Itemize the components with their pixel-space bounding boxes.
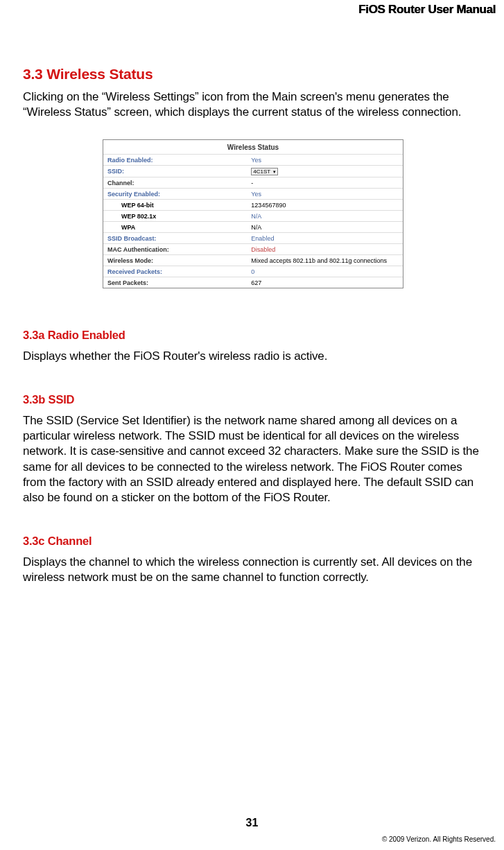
paragraph-3-3c: Displays the channel to which the wirele…: [23, 555, 483, 585]
status-label: Radio Enabled:: [103, 155, 247, 166]
status-label: WPA: [103, 222, 247, 233]
status-value: N/A: [247, 211, 403, 222]
status-label: MAC Authentication:: [103, 244, 247, 255]
status-value: Mixed accepts 802.11b and 802.11g connec…: [247, 255, 403, 266]
table-row: SSID:4C1ST: [103, 166, 403, 177]
table-row: Security Enabled:Yes: [103, 189, 403, 200]
running-header: FiOS Router User Manual: [358, 3, 496, 17]
status-label: Received Packets:: [103, 266, 247, 277]
table-row: Wireless Mode:Mixed accepts 802.11b and …: [103, 255, 403, 266]
status-value: 1234567890: [247, 200, 403, 211]
copyright: © 2009 Verizon. All Rights Reserved.: [382, 835, 496, 843]
status-value: Disabled: [247, 244, 403, 255]
table-row: WEP 64-bit1234567890: [103, 200, 403, 211]
paragraph-3-3b: The SSID (Service Set Identifier) is the…: [23, 413, 483, 505]
heading-3-3b: 3.3b SSID: [23, 393, 483, 406]
status-value: Yes: [247, 189, 403, 200]
status-value: 627: [247, 277, 403, 288]
paragraph-3-3: Clicking on the “Wireless Settings” icon…: [23, 89, 483, 120]
status-value: 4C1ST: [247, 166, 403, 177]
table-row: Received Packets:0: [103, 266, 403, 277]
status-value: Yes: [247, 155, 403, 166]
table-row: MAC Authentication:Disabled: [103, 244, 403, 255]
status-label: SSID:: [103, 166, 247, 177]
heading-3-3: 3.3 Wireless Status: [23, 66, 483, 83]
table-row: SSID Broadcast:Enabled: [103, 233, 403, 244]
status-label: Channel:: [103, 177, 247, 189]
page-number: 31: [0, 817, 504, 829]
ssid-select[interactable]: 4C1ST: [251, 168, 278, 175]
paragraph-3-3a: Displays whether the FiOS Router's wirel…: [23, 349, 483, 364]
table-row: WPAN/A: [103, 222, 403, 233]
status-value: N/A: [247, 222, 403, 233]
status-label: WEP 64-bit: [103, 200, 247, 211]
page-content: 3.3 Wireless Status Clicking on the “Wir…: [0, 0, 504, 585]
status-value: Enabled: [247, 233, 403, 244]
table-row: Sent Packets:627: [103, 277, 403, 288]
status-label: Wireless Mode:: [103, 255, 247, 266]
status-label: Sent Packets:: [103, 277, 247, 288]
status-label: WEP 802.1x: [103, 211, 247, 222]
table-row: WEP 802.1xN/A: [103, 211, 403, 222]
status-label: SSID Broadcast:: [103, 233, 247, 244]
status-value: 0: [247, 266, 403, 277]
table-row: Radio Enabled:Yes: [103, 155, 403, 166]
wireless-status-screenshot: Wireless Status Radio Enabled:YesSSID:4C…: [103, 139, 403, 288]
screenshot-title: Wireless Status: [103, 140, 403, 154]
heading-3-3c: 3.3c Channel: [23, 535, 483, 548]
status-label: Security Enabled:: [103, 189, 247, 200]
heading-3-3a: 3.3a Radio Enabled: [23, 329, 483, 342]
table-row: Channel:-: [103, 177, 403, 189]
status-value: -: [247, 177, 403, 189]
status-table: Radio Enabled:YesSSID:4C1STChannel:-Secu…: [103, 154, 403, 288]
